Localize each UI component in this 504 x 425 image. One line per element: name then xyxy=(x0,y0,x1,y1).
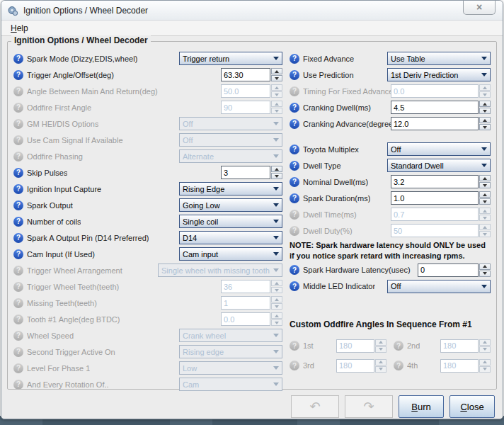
chevron-down-icon xyxy=(479,285,490,288)
spinner-up-button[interactable] xyxy=(271,166,282,172)
help-icon[interactable]: ? xyxy=(290,210,299,220)
cranking-dwell-ms-spinner[interactable]: 4.5 xyxy=(391,101,491,114)
help-icon[interactable]: ? xyxy=(13,70,23,80)
help-icon[interactable]: ? xyxy=(13,200,23,210)
spinner-down-button[interactable] xyxy=(479,182,491,188)
help-icon[interactable]: ? xyxy=(13,380,23,390)
help-icon[interactable]: ? xyxy=(13,217,23,227)
help-icon[interactable]: ? xyxy=(290,119,299,129)
burn-button[interactable]: Burn xyxy=(399,395,444,418)
help-icon[interactable]: ? xyxy=(290,341,299,351)
toyota-multiplex-dropdown[interactable]: Off xyxy=(387,142,491,156)
help-icon[interactable]: ? xyxy=(290,144,299,154)
help-icon[interactable]: ? xyxy=(13,298,23,308)
help-icon[interactable]: ? xyxy=(13,233,23,243)
chevron-down-icon xyxy=(270,382,282,386)
help-icon[interactable]: ? xyxy=(290,361,299,370)
cam-input-if-used-dropdown[interactable]: Cam input xyxy=(179,247,282,261)
help-icon[interactable]: ? xyxy=(290,281,299,291)
spark-duration-ms-spinner[interactable]: 1.0 xyxy=(391,191,491,205)
spinner-up-button[interactable] xyxy=(479,117,491,123)
title-bar[interactable]: Ignition Options / Wheel Decoder × xyxy=(1,1,503,21)
setting-label: Spark Duration(ms) xyxy=(303,194,370,203)
spinner-up-button xyxy=(479,208,491,214)
ignition-input-capture-dropdown[interactable]: Rising Edge xyxy=(179,182,282,196)
spinner-up-button xyxy=(271,312,282,319)
spark-hardware-latency-usec-spinner[interactable]: 0 xyxy=(418,264,491,277)
help-icon[interactable]: ? xyxy=(290,70,299,80)
help-icon[interactable]: ? xyxy=(13,363,23,373)
help-icon[interactable]: ? xyxy=(13,249,23,259)
chevron-down-icon xyxy=(270,154,282,158)
nominal-dwell-ms-spinner[interactable]: 3.2 xyxy=(391,175,491,188)
help-icon[interactable]: ? xyxy=(13,266,23,276)
spark-a-output-pin-d14-preferred-dropdown[interactable]: D14 xyxy=(179,231,282,244)
chevron-down-icon xyxy=(270,57,282,60)
spinner-up-button[interactable] xyxy=(479,264,491,270)
use-prediction-dropdown[interactable]: 1st Deriv Prediction xyxy=(387,68,491,81)
triangle-down-icon xyxy=(379,368,383,370)
spinner-up-button[interactable] xyxy=(479,175,491,181)
help-icon[interactable]: ? xyxy=(13,152,23,162)
dropdown-value: Low xyxy=(180,364,270,373)
help-icon[interactable]: ? xyxy=(290,54,299,64)
help-icon[interactable]: ? xyxy=(394,341,403,351)
help-icon[interactable]: ? xyxy=(290,86,299,96)
triangle-down-icon xyxy=(483,272,487,275)
dropdown-value: Rising Edge xyxy=(180,185,270,193)
help-icon[interactable]: ? xyxy=(13,103,23,113)
undo-button[interactable]: ↶ xyxy=(291,395,339,418)
trigger-angle-offset-deg-spinner[interactable]: 63.30 xyxy=(221,68,282,81)
spark-mode-dizzy-edis-wheel-dropdown[interactable]: Trigger return xyxy=(179,52,282,65)
help-icon[interactable]: ? xyxy=(13,282,23,292)
spinner-down-button xyxy=(375,366,386,373)
help-icon[interactable]: ? xyxy=(13,135,23,145)
help-icon[interactable]: ? xyxy=(290,177,299,187)
help-icon[interactable]: ? xyxy=(290,265,299,275)
help-icon[interactable]: ? xyxy=(13,54,23,64)
setting-label: Use Cam Signal If Available xyxy=(27,136,123,144)
setting-row: ?Oddfire First Angle90 xyxy=(13,100,282,115)
spinner-up-button[interactable] xyxy=(271,68,282,74)
help-icon[interactable]: ? xyxy=(394,361,403,370)
setting-row: ?Angle Between Main And Return(deg)50.0 xyxy=(13,84,282,98)
help-icon[interactable]: ? xyxy=(13,314,23,324)
chevron-down-icon xyxy=(270,187,282,191)
spinner-down-button[interactable] xyxy=(271,75,282,81)
close-window-button[interactable]: × xyxy=(463,0,496,15)
setting-label: Toyota Multiplex xyxy=(303,145,359,154)
fixed-advance-dropdown[interactable]: Use Table xyxy=(387,52,491,65)
close-button[interactable]: Close xyxy=(449,395,495,418)
menu-item-help[interactable]: Help xyxy=(6,23,33,34)
middle-led-indicator-dropdown[interactable]: Off xyxy=(387,280,491,293)
spinner-down-button[interactable] xyxy=(271,173,282,179)
spinner-up-button xyxy=(375,359,386,366)
level-for-phase-1-dropdown: Low xyxy=(179,361,282,375)
help-icon[interactable]: ? xyxy=(290,161,299,171)
number-of-coils-dropdown[interactable]: Single coil xyxy=(179,215,282,228)
help-icon[interactable]: ? xyxy=(290,226,299,236)
setting-row: ?Fixed AdvanceUse Table xyxy=(290,51,491,66)
spinner-down-button[interactable] xyxy=(479,198,491,205)
skip-pulses-spinner[interactable]: 3 xyxy=(221,166,282,179)
redo-button[interactable]: ↷ xyxy=(345,395,393,418)
help-icon[interactable]: ? xyxy=(13,184,23,194)
help-icon[interactable]: ? xyxy=(13,168,23,178)
help-icon[interactable]: ? xyxy=(13,347,23,357)
help-icon[interactable]: ? xyxy=(290,193,299,203)
help-icon[interactable]: ? xyxy=(13,86,23,96)
spinner-down-button[interactable] xyxy=(479,124,491,130)
spinner-down-button[interactable] xyxy=(479,271,491,277)
spinner-up-button[interactable] xyxy=(479,191,491,198)
cranking-advance-degrees-spinner[interactable]: 12.0 xyxy=(391,117,491,130)
setting-row: ?Spark Duration(ms)1.0 xyxy=(290,191,491,205)
help-icon[interactable]: ? xyxy=(290,103,299,113)
help-icon[interactable]: ? xyxy=(13,331,23,341)
spark-output-dropdown[interactable]: Going Low xyxy=(179,198,282,212)
setting-label: Trigger Wheel Arrangement xyxy=(27,266,122,275)
spinner-up-button[interactable] xyxy=(479,101,491,107)
spinner-down-button[interactable] xyxy=(479,108,491,114)
help-icon[interactable]: ? xyxy=(13,119,23,129)
triangle-up-icon xyxy=(275,70,279,73)
dwell-type-dropdown[interactable]: Standard Dwell xyxy=(387,159,491,172)
